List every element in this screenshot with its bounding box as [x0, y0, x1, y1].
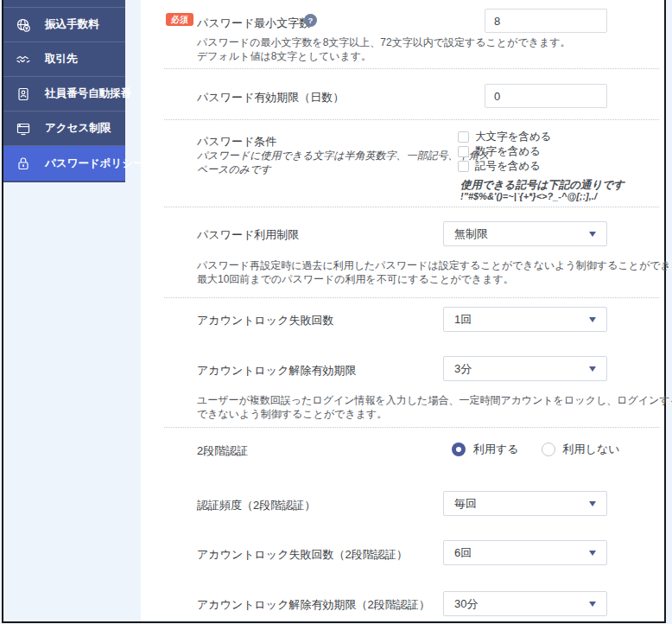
id-card-icon [16, 87, 30, 101]
reuse-limit-desc-line2: 最大10回前までのパスワードの利用を不可にすることができます。 [197, 272, 514, 286]
chevron-down-icon [589, 501, 596, 506]
lock-fail-label: アカウントロック失敗回数 [197, 313, 333, 328]
conditions-label: パスワード条件 [197, 134, 276, 150]
section-divider [164, 427, 659, 428]
sidebar-item-label: 社員番号自動採番 [45, 86, 131, 101]
handshake-icon [16, 53, 30, 67]
chevron-down-icon [589, 366, 596, 372]
chevron-down-icon [589, 317, 596, 322]
lock-release-select[interactable]: 3分 [443, 356, 607, 381]
section-divider [164, 207, 659, 207]
selected-value: 6回 [454, 545, 472, 561]
section-divider [164, 119, 659, 120]
sidebar-item-password-policy[interactable]: パスワードポリシー [3, 146, 125, 181]
sidebar-item-label: パスワードポリシー [45, 156, 144, 171]
password-policy-form: 必須 パスワード最小文字数 ? パスワードの最小文字数を8文字以上、72文字以内… [141, 0, 664, 621]
conditions-note-line2: ペースのみです [197, 162, 271, 176]
selected-value: 無制限 [454, 226, 488, 242]
reuse-limit-label: パスワード利用制限 [197, 227, 299, 243]
lock-icon [16, 156, 30, 170]
radio-use-2fa[interactable]: 利用する [452, 442, 519, 457]
lock-release-label: アカウントロック解除有効期限 [197, 363, 356, 379]
symbol-checkbox[interactable] [458, 161, 469, 172]
number-checkbox[interactable] [458, 146, 469, 157]
help-icon[interactable]: ? [304, 14, 317, 27]
chevron-down-icon [589, 232, 596, 237]
allowed-symbols-list: !"#$%&'()=~|`{+*}<>?_-^@[;:],./ [460, 191, 597, 201]
lock-release-2fa-select[interactable]: 30分 [443, 591, 607, 616]
min-length-desc-line2: デフォルト値は8文字としています。 [197, 49, 371, 63]
lock-fail-2fa-label: アカウントロック失敗回数（2段階認証） [197, 547, 408, 563]
reuse-limit-desc-line1: パスワード再設定時に過去に利用したパスワードは設定することができないよう制御する… [197, 258, 672, 272]
sidebar-item-business-partners[interactable]: 取引先 [3, 42, 125, 77]
window-frame: 振込手数料 取引先 社員番号自動採番 [2, 0, 666, 623]
sidebar-item-access-restriction[interactable]: アクセス制限 [3, 111, 125, 146]
conditions-note-line1: パスワードに使用できる文字は半角英数字、一部記号、半角ス [197, 149, 490, 162]
checkbox-row-number: 数字を含める [458, 144, 541, 159]
auth-freq-select[interactable]: 毎回 [443, 491, 607, 516]
uppercase-checkbox[interactable] [458, 131, 469, 143]
sidebar-item-label: アクセス制限 [45, 121, 111, 136]
reuse-limit-select[interactable]: 無制限 [443, 221, 607, 246]
lock-fail-2fa-select[interactable]: 6回 [443, 540, 607, 565]
expiry-input[interactable] [485, 84, 607, 108]
radio-label: 利用する [473, 442, 519, 457]
radio-label: 利用しない [563, 442, 620, 457]
lock-desc-line1: ユーザーが複数回誤ったログイン情報を入力した場合、一定時間アカウントをロックし、… [197, 393, 672, 407]
checkbox-row-uppercase: 大文字を含める [458, 130, 551, 144]
expiry-label: パスワード有効期限（日数） [197, 90, 344, 105]
checkbox-label: 記号を含める [475, 159, 541, 174]
sidebar-cutoff-item [3, 0, 125, 8]
radio-unselected-icon[interactable] [542, 443, 555, 456]
sidebar: 振込手数料 取引先 社員番号自動採番 [3, 0, 125, 182]
sidebar-item-label: 振込手数料 [45, 17, 99, 32]
selected-value: 1回 [454, 312, 472, 328]
checkbox-label: 大文字を含める [475, 130, 551, 144]
chevron-down-icon [589, 551, 596, 556]
lock-fail-select[interactable]: 1回 [443, 307, 607, 332]
section-divider [164, 68, 659, 69]
lock-release-2fa-label: アカウントロック解除有効期限（2段階認証） [197, 597, 430, 613]
lock-desc-line2: できないよう制御することができます。 [197, 407, 387, 421]
checkbox-label: 数字を含める [475, 144, 541, 159]
two-factor-radio-group: 利用する 利用しない [452, 442, 620, 457]
selected-value: 30分 [454, 596, 478, 612]
required-badge: 必須 [166, 13, 193, 26]
globe-yen-icon [16, 18, 30, 32]
monitor-icon [16, 122, 30, 136]
sidebar-item-label: 取引先 [45, 52, 78, 67]
min-length-label: パスワード最小文字数 [197, 16, 310, 31]
min-length-desc-line1: パスワードの最小文字数を8文字以上、72文字以内で設定することができます。 [197, 35, 571, 49]
checkbox-row-symbol: 記号を含める [458, 159, 541, 174]
two-factor-label: 2段階認証 [197, 443, 248, 459]
sidebar-item-employee-numbering[interactable]: 社員番号自動採番 [3, 77, 125, 111]
radio-no-2fa[interactable]: 利用しない [542, 442, 620, 457]
sidebar-item-transfer-fee[interactable]: 振込手数料 [3, 8, 125, 42]
selected-value: 毎回 [454, 496, 477, 512]
auth-freq-label: 認証頻度（2段階認証） [197, 498, 315, 513]
radio-selected-icon[interactable] [452, 443, 466, 456]
section-divider [164, 297, 659, 298]
selected-value: 3分 [454, 361, 472, 377]
chevron-down-icon [589, 602, 596, 607]
min-length-input[interactable] [485, 9, 607, 33]
